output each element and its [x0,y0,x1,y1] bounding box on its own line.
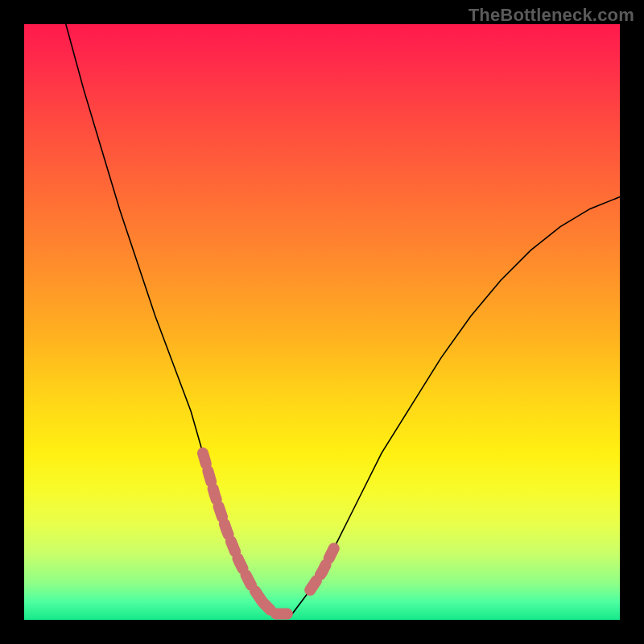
curve-layer [24,24,620,620]
chart-frame: TheBottleneck.com [0,0,644,644]
valley-floor [262,602,292,614]
bottleneck-curve [66,24,620,614]
valley-right-threshold [310,548,334,590]
plot-area [24,24,620,620]
watermark-text: TheBottleneck.com [469,5,634,26]
valley-left-threshold [203,453,262,602]
